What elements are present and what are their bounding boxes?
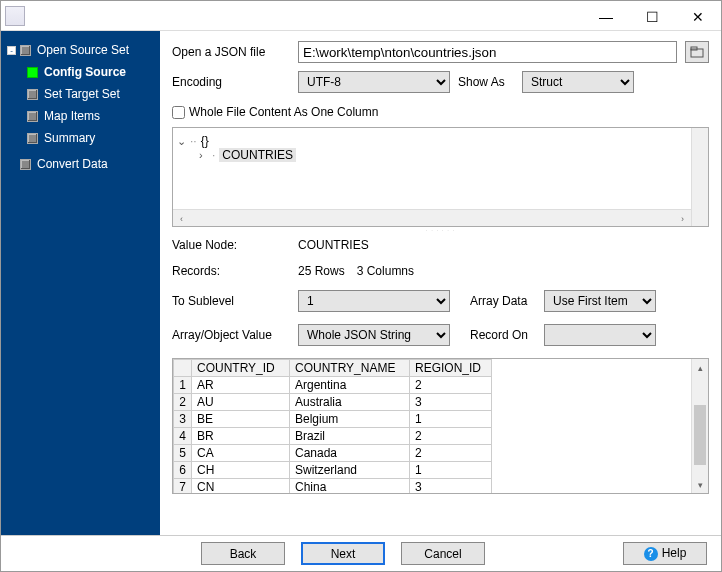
sidebar-item-set-target-set[interactable]: Set Target Set: [1, 83, 160, 105]
cell-country-id: AR: [192, 377, 290, 394]
step-box-icon: [20, 159, 31, 170]
help-icon: ?: [644, 547, 658, 561]
table-row[interactable]: 5CACanada2: [174, 445, 492, 462]
records-rows: 25 Rows: [298, 264, 345, 278]
sidebar-item-config-source[interactable]: Config Source: [1, 61, 160, 83]
title-bar: — ☐ ✕: [1, 1, 721, 31]
array-data-label: Array Data: [470, 294, 544, 308]
row-number: 7: [174, 479, 192, 495]
dotted-connector: ··: [190, 134, 197, 148]
array-object-value-select[interactable]: Whole JSON String: [298, 324, 450, 346]
open-json-label: Open a JSON file: [172, 45, 290, 59]
splitter-handle[interactable]: · · · · · ·: [172, 227, 709, 232]
scroll-left-icon[interactable]: ‹: [173, 210, 190, 227]
next-button[interactable]: Next: [301, 542, 385, 565]
cell-region-id: 2: [410, 445, 492, 462]
table-row[interactable]: 1ARArgentina2: [174, 377, 492, 394]
encoding-label: Encoding: [172, 75, 290, 89]
table-row[interactable]: 3BEBelgium1: [174, 411, 492, 428]
step-box-icon: [27, 133, 38, 144]
sidebar-label: Open Source Set: [37, 43, 129, 57]
browse-file-button[interactable]: [685, 41, 709, 63]
sidebar-item-convert-data[interactable]: - Convert Data: [1, 153, 160, 175]
record-on-label: Record On: [470, 328, 544, 342]
chevron-down-icon[interactable]: ⌄: [177, 137, 186, 146]
step-box-icon: [27, 111, 38, 122]
sidebar-item-open-source-set[interactable]: - Open Source Set: [1, 39, 160, 61]
step-box-active-icon: [27, 67, 38, 78]
row-number: 3: [174, 411, 192, 428]
folder-icon: [690, 46, 704, 58]
step-box-icon: [27, 89, 38, 100]
table-row[interactable]: 2AUAustralia3: [174, 394, 492, 411]
col-country-id[interactable]: COUNTRY_ID: [192, 360, 290, 377]
collapse-icon: -: [7, 46, 16, 55]
maximize-button[interactable]: ☐: [629, 1, 675, 31]
cell-region-id: 3: [410, 479, 492, 495]
sidebar-item-summary[interactable]: Summary: [1, 127, 160, 149]
records-cols: 3 Columns: [357, 264, 414, 278]
back-button[interactable]: Back: [201, 542, 285, 565]
cell-country-name: Brazil: [290, 428, 410, 445]
grid-vertical-scrollbar[interactable]: ▴ ▾: [691, 359, 708, 493]
array-data-select[interactable]: Use First Item: [544, 290, 656, 312]
whole-file-checkbox-wrap[interactable]: Whole File Content As One Column: [172, 105, 709, 119]
dotted-connector: ·: [212, 148, 215, 162]
value-node-value: COUNTRIES: [298, 238, 369, 252]
sidebar-label: Summary: [44, 131, 95, 145]
data-grid[interactable]: COUNTRY_ID COUNTRY_NAME REGION_ID 1ARArg…: [173, 359, 492, 494]
scroll-right-icon[interactable]: ›: [674, 210, 691, 227]
tree-horizontal-scrollbar[interactable]: ‹ ›: [173, 209, 691, 226]
table-row[interactable]: 7CNChina3: [174, 479, 492, 495]
to-sublevel-label: To Sublevel: [172, 294, 298, 308]
table-row[interactable]: 4BRBrazil2: [174, 428, 492, 445]
cell-country-id: CA: [192, 445, 290, 462]
scroll-down-icon[interactable]: ▾: [692, 476, 709, 493]
col-country-name[interactable]: COUNTRY_NAME: [290, 360, 410, 377]
grid-header-row: COUNTRY_ID COUNTRY_NAME REGION_ID: [174, 360, 492, 377]
cell-country-name: Argentina: [290, 377, 410, 394]
row-number: 1: [174, 377, 192, 394]
json-tree-panel: ⌄ ·· {} › · COUNTRIES ‹ ›: [172, 127, 709, 227]
cancel-button[interactable]: Cancel: [401, 542, 485, 565]
cell-region-id: 1: [410, 462, 492, 479]
file-path-input[interactable]: [298, 41, 677, 63]
cell-country-name: China: [290, 479, 410, 495]
records-label: Records:: [172, 264, 298, 278]
record-on-select[interactable]: [544, 324, 656, 346]
encoding-select[interactable]: UTF-8: [298, 71, 450, 93]
tree-root-row[interactable]: ⌄ ·· {}: [177, 134, 704, 148]
cell-region-id: 2: [410, 377, 492, 394]
whole-file-checkbox[interactable]: [172, 106, 185, 119]
table-row[interactable]: 6CHSwitzerland1: [174, 462, 492, 479]
grid-corner: [174, 360, 192, 377]
close-button[interactable]: ✕: [675, 1, 721, 31]
sidebar-item-map-items[interactable]: Map Items: [1, 105, 160, 127]
scroll-up-icon[interactable]: ▴: [692, 359, 709, 376]
array-object-value-label: Array/Object Value: [172, 328, 298, 342]
whole-file-label: Whole File Content As One Column: [189, 105, 378, 119]
row-number: 6: [174, 462, 192, 479]
row-number: 4: [174, 428, 192, 445]
help-button[interactable]: ?Help: [623, 542, 707, 565]
sidebar-label: Map Items: [44, 109, 100, 123]
cell-region-id: 3: [410, 394, 492, 411]
minimize-button[interactable]: —: [583, 1, 629, 31]
sidebar-label: Convert Data: [37, 157, 108, 171]
tree-vertical-scrollbar[interactable]: [691, 128, 708, 226]
data-grid-wrap: COUNTRY_ID COUNTRY_NAME REGION_ID 1ARArg…: [172, 358, 709, 494]
to-sublevel-select[interactable]: 1: [298, 290, 450, 312]
cell-country-name: Switzerland: [290, 462, 410, 479]
tree-child-row[interactable]: › · COUNTRIES: [177, 148, 704, 162]
wizard-footer: Back Next Cancel ?Help: [1, 535, 721, 571]
cell-country-id: AU: [192, 394, 290, 411]
cell-region-id: 1: [410, 411, 492, 428]
scrollbar-thumb[interactable]: [694, 405, 706, 465]
value-node-label: Value Node:: [172, 238, 298, 252]
show-as-select[interactable]: Struct: [522, 71, 634, 93]
tree-child-label: COUNTRIES: [219, 148, 296, 162]
show-as-label: Show As: [458, 75, 514, 89]
cell-country-id: CH: [192, 462, 290, 479]
col-region-id[interactable]: REGION_ID: [410, 360, 492, 377]
chevron-right-icon[interactable]: ›: [199, 151, 208, 160]
